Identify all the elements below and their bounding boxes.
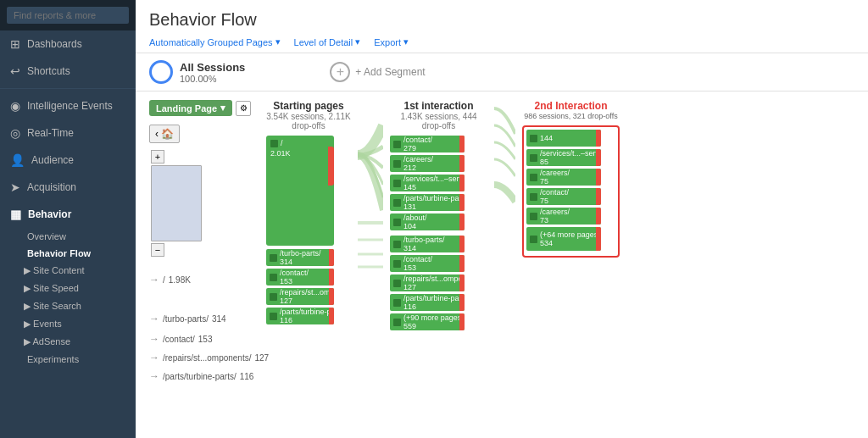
flow-connector-svg-2 xyxy=(494,100,515,405)
starting-turbo-node[interactable]: /turbo-parts/ 314 xyxy=(266,249,334,266)
starting-parts-node[interactable]: /parts/turbine-parts/ 116 xyxy=(266,308,334,324)
int2-highlight-box: 144 /services/t...–services/ 85 xyxy=(522,125,620,258)
drop-off-tail xyxy=(459,236,465,252)
starting-col-header: Starting pages 3.54K sessions, 2.11K dro… xyxy=(266,100,351,130)
drop-off-tail xyxy=(459,313,465,330)
sidebar-item-audience[interactable]: 👤 Audience xyxy=(0,147,136,174)
int2-contact-node[interactable]: /contact/ 75 xyxy=(526,188,601,205)
settings-icon[interactable]: ⚙ xyxy=(236,101,251,116)
node-icon xyxy=(530,236,537,243)
sidebar-item-behavior[interactable]: ▦ Behavior xyxy=(0,201,136,228)
node-icon xyxy=(393,241,401,248)
int2-col-header: 2nd Interaction 986 sessions, 321 drop-o… xyxy=(522,100,620,120)
starting-repairs-node[interactable]: /repairs/st...omponents/ 127 xyxy=(266,288,334,305)
int1-services-node[interactable]: /services/t...–services/ 145 xyxy=(390,175,465,191)
sidebar-sub-adsense[interactable]: ▶ AdSense xyxy=(0,333,136,351)
entry-repairs-label: /repairs/st...omponents/ xyxy=(163,353,252,363)
main-content: Behavior Flow Automatically Grouped Page… xyxy=(136,0,868,438)
search-container[interactable] xyxy=(0,0,136,30)
main-header: Behavior Flow Automatically Grouped Page… xyxy=(136,0,868,53)
add-segment-btn[interactable]: + + Add Segment xyxy=(330,62,425,82)
segment-pct: 100.00% xyxy=(180,74,245,84)
int2-services-node[interactable]: /services/t...–services/ 85 xyxy=(526,149,601,166)
sidebar-item-shortcuts[interactable]: ↩ Shortcuts xyxy=(0,58,136,85)
node-value: 2.01K xyxy=(270,149,330,158)
intelligence-icon: ◉ xyxy=(10,99,20,113)
node-icon xyxy=(270,274,277,281)
zoom-out-btn[interactable]: − xyxy=(151,243,164,257)
node-icon xyxy=(530,174,537,181)
sidebar-sub-overview[interactable]: Overview xyxy=(0,228,136,245)
dashboards-icon: ⊞ xyxy=(10,37,20,51)
entry-contact: → /contact/ 153 xyxy=(149,333,259,345)
drop-off-tail xyxy=(459,213,465,230)
export-btn[interactable]: Export ▾ xyxy=(374,36,409,47)
zoom-in-btn[interactable]: + xyxy=(151,150,164,164)
entry-turbo-value: 314 xyxy=(212,314,226,324)
node-icon xyxy=(270,140,278,147)
sidebar-sub-site-content[interactable]: ▶ Site Content xyxy=(0,262,136,280)
node-icon xyxy=(270,293,277,301)
grouped-pages-btn[interactable]: Automatically Grouped Pages ▾ xyxy=(149,36,281,47)
node-icon xyxy=(393,160,401,168)
node-icon xyxy=(393,199,401,207)
int1-repairs-node[interactable]: /repairs/st...omponents/ 127 xyxy=(390,274,465,291)
search-input[interactable] xyxy=(7,7,129,24)
node-icon xyxy=(530,135,537,142)
drop-off-tail xyxy=(459,194,465,211)
int2-careers-node[interactable]: /careers/ 75 xyxy=(526,169,601,186)
audience-icon: 👤 xyxy=(10,153,25,167)
sidebar-sub-experiments[interactable]: Experiments xyxy=(0,351,136,368)
level-detail-btn[interactable]: Level of Detail ▾ xyxy=(294,36,361,47)
node-icon xyxy=(270,313,277,320)
sidebar-sub-behavior-flow[interactable]: Behavior Flow xyxy=(0,245,136,262)
sidebar-sub-events[interactable]: ▶ Events xyxy=(0,315,136,333)
zoom-slider[interactable] xyxy=(151,165,202,241)
node-icon xyxy=(393,319,401,326)
sidebar-item-dashboards[interactable]: ⊞ Dashboards xyxy=(0,30,136,58)
flow-connector-svg-1 xyxy=(358,100,383,405)
int2-node-144[interactable]: 144 xyxy=(526,130,601,147)
drop-off-tail xyxy=(329,269,334,286)
landing-col: Landing Page ▾ ⚙ ‹ 🏠 + − → xyxy=(149,100,259,387)
add-segment-label: + Add Segment xyxy=(355,66,425,78)
drop-off-tail xyxy=(596,188,601,205)
int1-careers-node[interactable]: /careers/ 212 xyxy=(390,155,465,172)
int2-careers2-node[interactable]: /careers/ 73 xyxy=(526,208,601,225)
sidebar-item-intelligence[interactable]: ◉ Intelligence Events xyxy=(0,92,136,119)
back-nav-btn[interactable]: ‹ 🏠 xyxy=(149,125,180,143)
sidebar-sub-site-speed[interactable]: ▶ Site Speed xyxy=(0,280,136,297)
entry-repairs: → /repairs/st...omponents/ 127 xyxy=(149,352,259,363)
sidebar-sub-site-search[interactable]: ▶ Site Search xyxy=(0,297,136,315)
starting-contact-node[interactable]: /contact/ 153 xyxy=(266,269,334,286)
toolbar: Automatically Grouped Pages ▾ Level of D… xyxy=(149,36,854,47)
entry-contact-value: 153 xyxy=(198,335,213,344)
int1-contact2-node[interactable]: /contact/ 153 xyxy=(390,255,465,272)
drop-off-tail xyxy=(596,149,601,166)
int1-parts-node[interactable]: /parts/turbine-parts/ 131 xyxy=(390,194,465,211)
int1-about-node[interactable]: /about/ 104 xyxy=(390,213,465,230)
segment-label: All Sessions xyxy=(180,61,245,74)
node-icon xyxy=(393,219,401,226)
dropdown-arrow[interactable]: ▾ xyxy=(220,103,225,114)
sidebar-item-realtime[interactable]: ◎ Real-Time xyxy=(0,119,136,147)
drop-off-tail xyxy=(459,175,465,191)
sidebar-divider xyxy=(0,88,136,89)
node-icon xyxy=(393,180,401,187)
flow-container: Landing Page ▾ ⚙ ‹ 🏠 + − → xyxy=(136,91,868,438)
entry-parts-value: 116 xyxy=(240,372,254,381)
node-icon xyxy=(393,280,401,287)
drop-off-tail xyxy=(459,255,465,272)
chevron-down-icon: ▾ xyxy=(275,36,281,47)
starting-main-node[interactable]: / 2.01K xyxy=(266,136,334,246)
int1-turbo-node[interactable]: /turbo-parts/ 314 xyxy=(390,236,465,252)
sidebar-item-acquisition[interactable]: ➤ Acquisition xyxy=(0,174,136,201)
int1-contact-node[interactable]: /contact/ 279 xyxy=(390,136,465,152)
int1-parts2-node[interactable]: /parts/turbine-parts/ 116 xyxy=(390,294,465,311)
segment-info: All Sessions 100.00% xyxy=(180,61,245,84)
all-sessions-segment[interactable]: All Sessions 100.00% xyxy=(149,60,245,84)
int1-more-node[interactable]: (+90 more pages) 559 xyxy=(390,313,465,330)
drop-off-indicator xyxy=(328,147,334,186)
int2-more-node[interactable]: (+64 more pages) 534 xyxy=(526,227,601,251)
node-label: / xyxy=(281,139,283,147)
